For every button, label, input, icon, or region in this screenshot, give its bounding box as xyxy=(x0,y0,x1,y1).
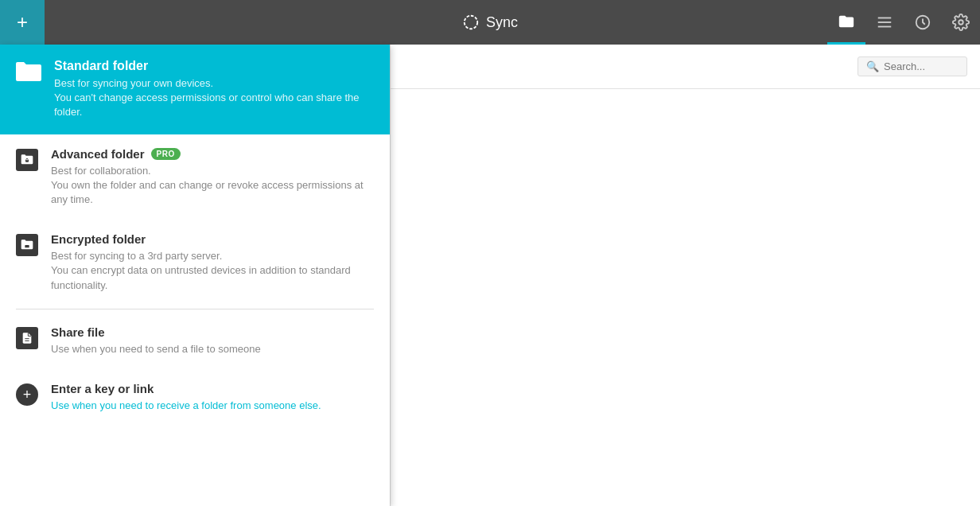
enter-key-item[interactable]: + Enter a key or link Use when you need … xyxy=(0,369,390,426)
pro-badge: Pro xyxy=(151,148,181,160)
advanced-folder-title: Advanced folder Pro xyxy=(51,147,374,161)
plus-icon: + xyxy=(17,13,28,32)
standard-folder-title: Standard folder xyxy=(54,59,374,73)
search-icon: 🔍 xyxy=(866,60,879,72)
share-file-content: Share file Use when you need to send a f… xyxy=(51,325,261,356)
nav-settings-button[interactable] xyxy=(942,0,980,45)
advanced-folder-item[interactable]: Advanced folder Pro Best for collaborati… xyxy=(0,134,390,220)
nav-history-button[interactable] xyxy=(904,0,942,45)
advanced-folder-icon xyxy=(16,149,38,171)
svg-rect-8 xyxy=(25,245,29,247)
advanced-folder-desc: Best for collaboration. You own the fold… xyxy=(51,164,374,208)
svg-point-0 xyxy=(465,16,478,29)
share-file-title: Share file xyxy=(51,325,261,339)
sync-icon xyxy=(462,14,480,31)
content-toolbar: 🔍 xyxy=(391,45,980,89)
content-area: 🔍 xyxy=(390,45,980,506)
folder-nav-icon xyxy=(838,13,855,30)
svg-rect-2 xyxy=(878,21,892,23)
search-input[interactable] xyxy=(884,60,963,72)
share-file-icon xyxy=(16,327,38,349)
svg-rect-1 xyxy=(878,18,892,19)
share-file-item[interactable]: Share file Use when you need to send a f… xyxy=(0,313,390,369)
nav-list-button[interactable] xyxy=(865,0,904,45)
search-box[interactable]: 🔍 xyxy=(858,56,967,76)
app-title-area: Sync xyxy=(462,14,518,31)
encrypted-folder-icon xyxy=(16,234,38,256)
list-nav-icon xyxy=(876,14,893,31)
enter-key-title: Enter a key or link xyxy=(51,382,321,395)
app-title: Sync xyxy=(486,14,518,31)
header-nav-icons xyxy=(827,0,980,45)
share-file-desc: Use when you need to send a file to some… xyxy=(51,342,261,356)
encrypted-folder-desc: Best for syncing to a 3rd party server. … xyxy=(51,249,374,293)
encrypted-folder-content: Encrypted folder Best for syncing to a 3… xyxy=(51,232,374,293)
standard-folder-content: Standard folder Best for syncing your ow… xyxy=(54,59,374,120)
encrypted-folder-title: Encrypted folder xyxy=(51,232,374,246)
svg-point-5 xyxy=(959,20,963,25)
app-header: + Sync xyxy=(0,0,980,45)
gear-nav-icon xyxy=(952,14,970,31)
nav-files-button[interactable] xyxy=(827,0,865,45)
svg-rect-3 xyxy=(878,26,892,28)
dropdown-panel: Standard folder Best for syncing your ow… xyxy=(0,45,390,506)
encrypted-folder-item[interactable]: Encrypted folder Best for syncing to a 3… xyxy=(0,220,390,306)
standard-folder-item[interactable]: Standard folder Best for syncing your ow… xyxy=(0,45,390,134)
enter-key-content: Enter a key or link Use when you need to… xyxy=(51,382,321,413)
enter-key-desc: Use when you need to receive a folder fr… xyxy=(51,399,321,413)
standard-folder-icon xyxy=(16,60,41,86)
standard-folder-desc: Best for syncing your own devices. You c… xyxy=(54,76,374,120)
clock-nav-icon xyxy=(914,14,931,31)
main-area: Standard folder Best for syncing your ow… xyxy=(0,45,980,506)
menu-divider xyxy=(16,309,374,309)
enter-key-icon: + xyxy=(16,383,38,406)
advanced-folder-content: Advanced folder Pro Best for collaborati… xyxy=(51,147,374,208)
add-button[interactable]: + xyxy=(0,0,45,45)
svg-point-7 xyxy=(26,158,29,160)
